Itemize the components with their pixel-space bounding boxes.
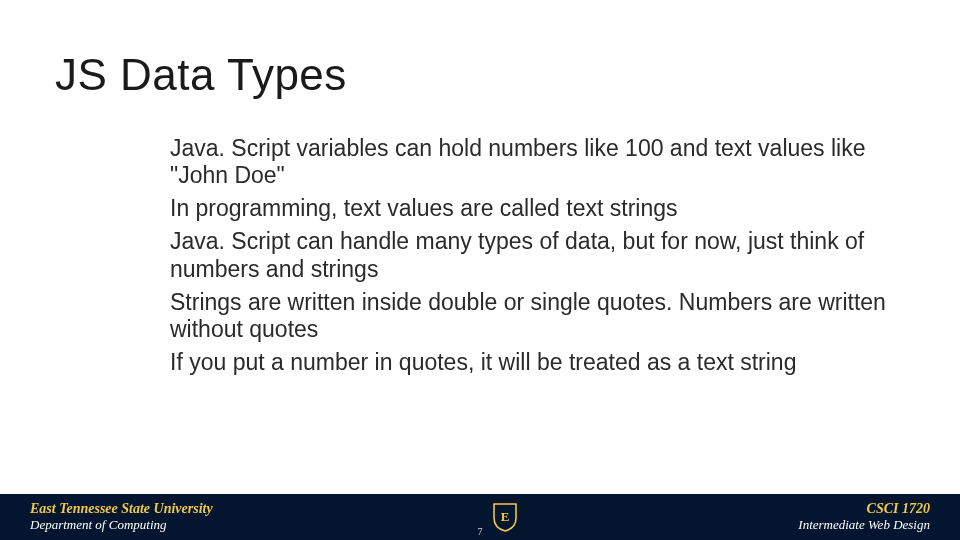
footer-center: E 7 [492, 502, 518, 532]
body-paragraph: Strings are written inside double or sin… [170, 289, 900, 343]
body-paragraph: If you put a number in quotes, it will b… [170, 349, 900, 376]
slide-footer: East Tennessee State University Departme… [0, 494, 960, 540]
body-paragraph: In programming, text values are called t… [170, 195, 900, 222]
footer-course-code: CSCI 1720 [798, 501, 930, 517]
body-paragraph: Java. Script variables can hold numbers … [170, 135, 900, 189]
page-number: 7 [0, 526, 960, 537]
slide-body: Java. Script variables can hold numbers … [170, 135, 900, 382]
shield-letter: E [501, 509, 510, 524]
slide-title: JS Data Types [55, 50, 347, 100]
body-paragraph: Java. Script can handle many types of da… [170, 228, 900, 282]
slide: JS Data Types Java. Script variables can… [0, 0, 960, 540]
footer-university: East Tennessee State University [30, 501, 213, 517]
